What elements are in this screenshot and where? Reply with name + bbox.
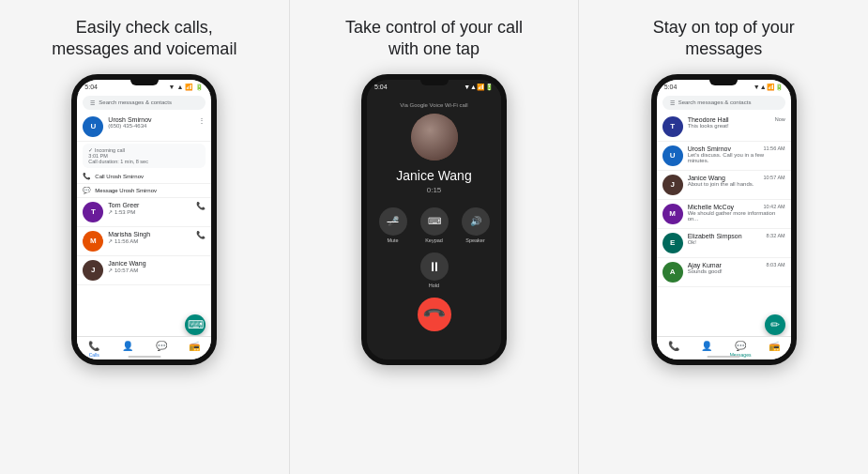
msg-theodore[interactable]: T Theodore Hall Now This looks great! — [657, 113, 791, 142]
search-bar[interactable]: ☰ Search messages & contacts — [83, 96, 206, 110]
right-phone-notch — [709, 80, 738, 85]
message-icon: 💬 — [83, 187, 91, 194]
mute-icon: 🎤 — [379, 207, 407, 236]
fab-button[interactable]: ⌨ — [185, 314, 206, 335]
contacts-icon: 👤 — [122, 341, 133, 351]
messages-icon: 💬 — [156, 341, 167, 351]
middle-phone-notch — [420, 80, 449, 85]
call-icon-2: 📞 — [196, 231, 206, 239]
call-detail-box: ✓ Incoming call 3:01 PM Call duration: 1… — [83, 144, 206, 168]
calls-icon: 📞 — [88, 341, 99, 351]
right-panel: Stay on top of yourmessages 5:04 ▼▲📶🔋 ☰ … — [579, 0, 868, 474]
mute-btn[interactable]: 🎤 Mute — [379, 207, 407, 243]
keypad-btn[interactable]: ⌨ Keypad — [420, 207, 449, 243]
middle-panel-title: Take control of your callwith one tap — [345, 17, 523, 61]
nav-voicemail[interactable]: 📻 — [178, 341, 212, 358]
menu-icon: ☰ — [90, 99, 95, 106]
more-icon[interactable]: ⋮ — [198, 116, 206, 125]
theodore-avatar: T — [662, 116, 683, 137]
call-via: Via Google Voice Wi-Fi call — [400, 102, 467, 108]
call-icon: 📞 — [196, 202, 206, 210]
right-status-icons: ▼▲📶🔋 — [754, 84, 784, 91]
phone-notch — [130, 80, 159, 85]
right-nav-voicemail[interactable]: 📻 — [757, 341, 791, 358]
left-panel-title: Easily check calls,messages and voicemai… — [52, 17, 236, 61]
middle-phone-screen: 5:04 ▼▲📶🔋 Via Google Voice Wi-Fi call Ja… — [367, 80, 501, 359]
janice-msg-info: Janice Wang 10:57 AM About to join the a… — [688, 175, 785, 187]
right-contacts-icon: 👤 — [701, 341, 712, 351]
msg-ajay[interactable]: A Ajay Kumar 8:03 AM Sounds good! — [657, 258, 791, 287]
michelle-info: Michelle McCoy 10:42 AM We should gather… — [688, 204, 785, 222]
dark-status-time: 5:04 — [374, 84, 388, 90]
dark-status-icons: ▼▲📶🔋 — [464, 84, 494, 91]
elizabeth-avatar: E — [662, 233, 683, 253]
tom-info: Tom Greer ↗ 1:53 PM — [108, 202, 191, 215]
status-time: 5:04 — [84, 84, 98, 90]
right-calls-icon: 📞 — [668, 341, 679, 351]
janice-msg-avatar: J — [662, 175, 683, 195]
right-search-bar[interactable]: ☰ Search messages & contacts — [662, 96, 785, 110]
call-screen: Via Google Voice Wi-Fi call Janice Wang … — [367, 93, 501, 359]
msg-urosh[interactable]: U Urosh Smirnov 11:56 AM Let's discuss. … — [657, 142, 791, 171]
call-controls: 🎤 Mute ⌨ Keypad 🔊 Speaker — [379, 207, 490, 243]
msg-janice[interactable]: J Janice Wang 10:57 AM About to join the… — [657, 171, 791, 200]
call-action-call[interactable]: 📞 Call Urosh Smirnov — [77, 170, 211, 184]
tom-contact[interactable]: T Tom Greer ↗ 1:53 PM 📞 — [77, 198, 211, 227]
middle-phone: 5:04 ▼▲📶🔋 Via Google Voice Wi-Fi call Ja… — [361, 74, 507, 365]
hold-icon: ⏸ — [420, 252, 449, 281]
theodore-info: Theodore Hall Now This looks great! — [688, 116, 785, 129]
urosh-msg-avatar: U — [662, 145, 683, 166]
gesture-bar — [128, 356, 160, 358]
ajay-info: Ajay Kumar 8:03 AM Sounds good! — [688, 262, 785, 274]
left-phone: 5:04 ▼ ▲ 📶 🔋 ☰ Search messages & contact… — [71, 74, 217, 365]
caller-avatar — [411, 114, 458, 161]
right-gesture-bar — [708, 356, 740, 358]
ajay-avatar: A — [662, 262, 683, 283]
speaker-icon: 🔊 — [462, 207, 490, 236]
right-search-input: Search messages & contacts — [678, 99, 752, 105]
janice-info: Janice Wang ↗ 10:57 AM — [108, 260, 206, 273]
urosh-contact[interactable]: U Urosh Smirnov (650) 435-4634 ⋮ — [77, 113, 211, 142]
urosh-avatar: U — [83, 116, 103, 137]
tom-avatar: T — [83, 202, 103, 222]
nav-calls[interactable]: 📞 Calls — [77, 341, 111, 358]
right-fab-button[interactable]: ✏ — [765, 314, 785, 335]
marisha-info: Marisha Singh ↗ 11:56 AM — [108, 231, 191, 244]
call-duration: 0:15 — [427, 186, 442, 194]
caller-name: Janice Wang — [396, 168, 471, 183]
right-phone: 5:04 ▼▲📶🔋 ☰ Search messages & contacts T… — [651, 74, 797, 365]
msg-michelle[interactable]: M Michelle McCoy 10:42 AM We should gath… — [657, 200, 791, 229]
end-call-button[interactable]: 📞 — [410, 290, 458, 338]
michelle-avatar: M — [662, 204, 683, 224]
speaker-btn[interactable]: 🔊 Speaker — [462, 207, 490, 243]
marisha-avatar: M — [83, 231, 103, 252]
msg-elizabeth[interactable]: E Elizabeth Simpson 8:32 AM Ok! — [657, 229, 791, 258]
status-icons: ▼ ▲ 📶 🔋 — [168, 84, 204, 91]
right-panel-title: Stay on top of yourmessages — [653, 17, 795, 61]
left-phone-screen: 5:04 ▼ ▲ 📶 🔋 ☰ Search messages & contact… — [77, 80, 211, 359]
janice-avatar: J — [83, 260, 103, 281]
marisha-contact[interactable]: M Marisha Singh ↗ 11:56 AM 📞 — [77, 227, 211, 256]
right-messages-icon: 💬 — [735, 341, 746, 351]
search-input: Search messages & contacts — [99, 99, 172, 105]
urosh-info: Urosh Smirnov (650) 435-4634 — [108, 116, 193, 129]
urosh-msg-info: Urosh Smirnov 11:56 AM Let's discuss. Ca… — [688, 145, 785, 163]
call-action-message[interactable]: 💬 Message Urosh Smirnov — [77, 184, 211, 198]
voicemail-icon: 📻 — [189, 341, 200, 351]
left-panel: Easily check calls,messages and voicemai… — [0, 0, 289, 474]
right-menu-icon: ☰ — [670, 99, 675, 106]
phone-icon: 📞 — [83, 173, 91, 180]
elizabeth-info: Elizabeth Simpson 8:32 AM Ok! — [688, 233, 785, 245]
right-phone-screen: 5:04 ▼▲📶🔋 ☰ Search messages & contacts T… — [657, 80, 791, 359]
keypad-icon: ⌨ — [420, 207, 449, 236]
right-status-time: 5:04 — [664, 84, 678, 90]
right-nav-calls[interactable]: 📞 — [657, 341, 691, 358]
janice-contact[interactable]: J Janice Wang ↗ 10:57 AM — [77, 256, 211, 285]
right-voicemail-icon: 📻 — [769, 341, 780, 351]
hold-btn[interactable]: ⏸ Hold — [420, 252, 449, 288]
middle-panel: Take control of your callwith one tap 5:… — [290, 0, 579, 474]
